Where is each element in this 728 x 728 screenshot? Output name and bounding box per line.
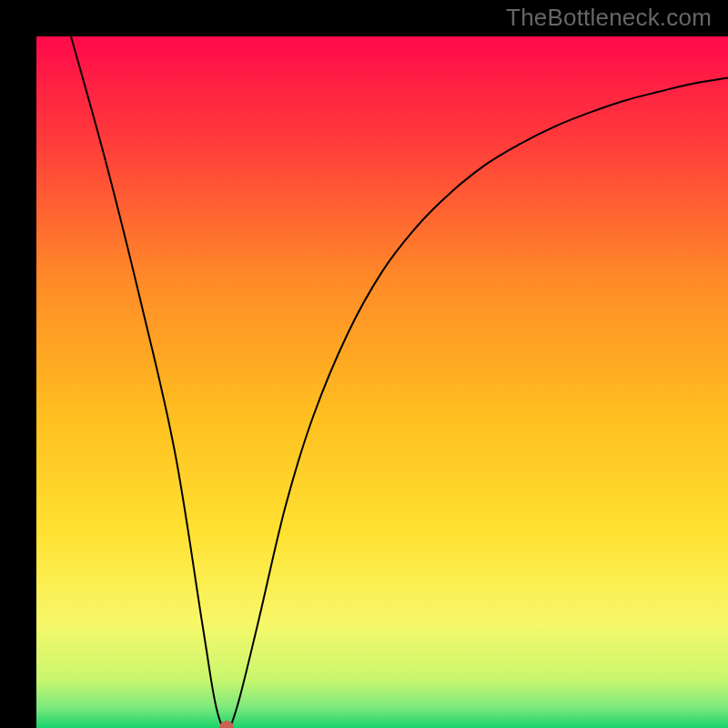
plot-area [36,36,728,728]
chart-frame [18,18,710,710]
watermark-text: TheBottleneck.com [506,4,712,32]
bottleneck-curve [36,36,728,728]
